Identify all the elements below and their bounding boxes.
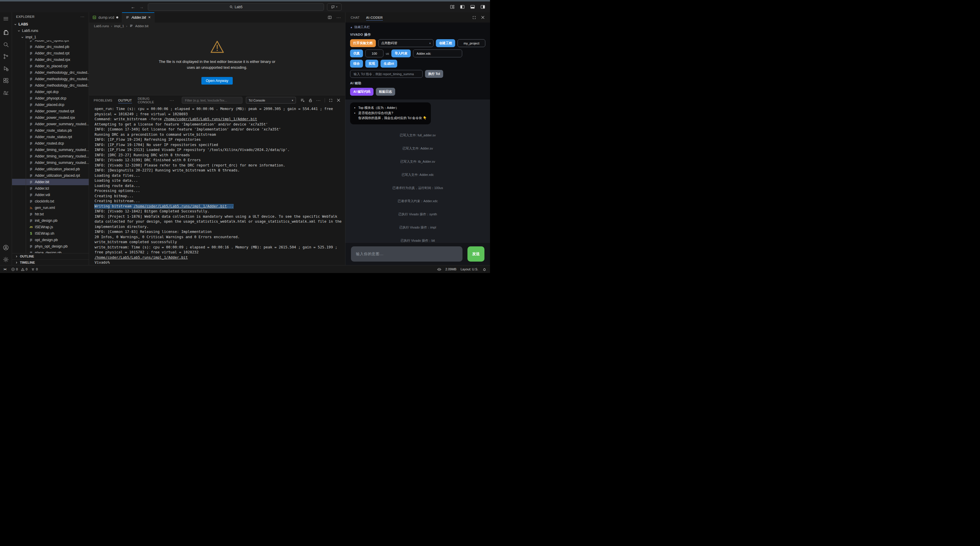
- toggle-primary-sidebar-icon[interactable]: [460, 5, 465, 10]
- console-link[interactable]: /home/coder/Lab5/Lab5.runs/impl_1/Adder.…: [134, 204, 227, 208]
- ports-status[interactable]: 0: [31, 267, 38, 271]
- file-tree-item[interactable]: Adder_opt.dcp: [12, 89, 89, 95]
- output-filter-input[interactable]: [185, 98, 240, 102]
- editor-more-icon[interactable]: ···: [337, 16, 341, 20]
- customize-layout-icon[interactable]: [450, 5, 455, 10]
- synthesis-button[interactable]: 综合: [350, 60, 363, 68]
- file-tree-item[interactable]: Adder_io_placed.rpt: [12, 63, 89, 69]
- breadcrumb-item[interactable]: Lab5.runs: [94, 24, 109, 28]
- source-control-icon[interactable]: [2, 53, 10, 60]
- file-tree-item[interactable]: Adder.bit: [12, 179, 89, 185]
- file-tree-item[interactable]: place_design.pb: [12, 249, 89, 253]
- file-tree-item[interactable]: htr.txt: [12, 211, 89, 217]
- file-tree-item[interactable]: Adder_power_routed.rpt: [12, 108, 89, 114]
- sim-time-input[interactable]: [368, 51, 380, 56]
- file-tree-item[interactable]: Adder_power_routed.rpx: [12, 114, 89, 121]
- file-tree-item[interactable]: Adder_routed.dcp: [12, 140, 89, 147]
- file-tree-item[interactable]: Adder_drc_routed.rpx: [12, 57, 89, 63]
- panel-tab-problems[interactable]: PROBLEMS: [94, 95, 112, 105]
- file-tree-item[interactable]: $ISEWrap.sh: [12, 230, 89, 237]
- run-tcl-button[interactable]: 执行 Tcl: [425, 70, 443, 78]
- history-forward-icon[interactable]: →: [139, 5, 144, 10]
- copilot-chat-button[interactable]: ▾: [327, 3, 342, 11]
- waveform-icon[interactable]: [2, 89, 10, 96]
- chat-input[interactable]: 输入你的意图...: [351, 246, 463, 262]
- simulate-button[interactable]: 仿真: [350, 49, 363, 57]
- file-tree-item[interactable]: Adder_timing_summary_routed....: [12, 153, 89, 159]
- output-filter[interactable]: [182, 97, 242, 103]
- command-center-search[interactable]: Lab5: [148, 3, 324, 11]
- generate-bitstream-button[interactable]: 生成bit: [380, 60, 397, 68]
- toggle-secondary-sidebar-icon[interactable]: [480, 5, 485, 10]
- file-tree-item[interactable]: Adder.tcl: [12, 185, 89, 192]
- file-tree-item[interactable]: Adder_drc_opted.rpx: [12, 40, 89, 44]
- constraints-file-field[interactable]: [413, 49, 462, 57]
- file-tree-item[interactable]: phys_opt_design.pb: [12, 243, 89, 249]
- extensions-icon[interactable]: [2, 77, 10, 84]
- file-tree-item[interactable]: opt_design.pb: [12, 237, 89, 243]
- panel-more-icon[interactable]: ···: [170, 98, 175, 102]
- breadcrumb[interactable]: Lab5.runs›impl_1›Adder.bit: [89, 22, 345, 29]
- panel-tab-debug-console[interactable]: DEBUG CONSOLE: [138, 95, 164, 105]
- clear-output-icon[interactable]: [300, 98, 305, 102]
- lock-output-icon[interactable]: [309, 98, 313, 102]
- file-tree-item[interactable]: Adder_placed.dcp: [12, 102, 89, 108]
- bell-icon[interactable]: [482, 267, 487, 271]
- panel-overflow-icon[interactable]: ···: [317, 98, 321, 102]
- toggle-panel-icon[interactable]: [470, 5, 475, 10]
- demo-select[interactable]: 点亮数码管 ▾: [378, 39, 434, 47]
- output-channel-select[interactable]: Tcl Console ▾: [246, 97, 296, 103]
- run-debug-icon[interactable]: [2, 65, 10, 72]
- explorer-more-icon[interactable]: ···: [81, 15, 84, 18]
- file-tree-item[interactable]: Adder_utilization_placed.rpt: [12, 172, 89, 179]
- open-lab-doc-button[interactable]: 打开实验文档: [350, 39, 376, 47]
- constraints-file-input[interactable]: [416, 51, 459, 56]
- keyboard-layout[interactable]: Layout: U.S.: [460, 267, 478, 271]
- file-tree-item[interactable]: Adder_drc_routed.rpt: [12, 50, 89, 57]
- tab-adder-bit[interactable]: Adder.bit✕: [122, 12, 154, 22]
- breadcrumb-item[interactable]: Adder.bit: [135, 24, 148, 28]
- file-tree-item[interactable]: Adder_route_status.rpt: [12, 134, 89, 140]
- ai-tab-chat[interactable]: CHAT: [351, 12, 360, 22]
- output-console[interactable]: open_run: Time (s): cpu = 00:00:06 ; ela…: [89, 105, 345, 265]
- console-link[interactable]: /home/coder/Lab5/Lab5.runs/impl_1/Adder.…: [164, 117, 257, 121]
- tab-dump-vcd[interactable]: dump.vcd: [89, 12, 122, 22]
- send-button[interactable]: 发送: [468, 246, 484, 262]
- file-tree-item[interactable]: Adder_physopt.dcp: [12, 95, 89, 102]
- file-tree-item[interactable]: Adder_timing_summary_routed....: [12, 147, 89, 153]
- folder-row-impl_1[interactable]: impl_1: [12, 34, 89, 40]
- sidebar-section-timeline[interactable]: TIMELINE: [12, 259, 89, 265]
- implementation-button[interactable]: 实现: [365, 60, 378, 68]
- file-tree-item[interactable]: Adder.vdi: [12, 192, 89, 198]
- hide-toolbar-toggle[interactable]: ▲ 隐藏工具栏: [350, 25, 485, 29]
- folder-row-lab5[interactable]: LAB5: [12, 21, 89, 27]
- breadcrumb-item[interactable]: impl_1: [114, 24, 124, 28]
- file-tree-item[interactable]: Adder_power_summary_routed....: [12, 121, 89, 127]
- modified-dot-icon[interactable]: [116, 16, 118, 18]
- account-icon[interactable]: [2, 244, 10, 251]
- panel-tab-output[interactable]: OUTPUT: [118, 95, 132, 105]
- file-tree-item[interactable]: Adder_methodology_drc_routed...: [12, 69, 89, 76]
- import-constraints-button[interactable]: 导入约束: [391, 49, 410, 57]
- copilot-icon[interactable]: [437, 267, 441, 271]
- file-tree-item[interactable]: gen_run.xml: [12, 205, 89, 211]
- memory-usage[interactable]: 2.09MB: [445, 267, 457, 271]
- file-tree-item[interactable]: clockInfo.txt: [12, 198, 89, 205]
- tcl-command-input[interactable]: [353, 72, 420, 76]
- file-tree-item[interactable]: Adder_methodology_drc_routed...: [12, 82, 89, 89]
- console-link[interactable]: /home/coder/Lab5/Lab5.runs/impl_1/Adder.…: [95, 256, 188, 260]
- history-back-icon[interactable]: ←: [131, 5, 135, 10]
- open-anyway-button[interactable]: Open Anyway: [201, 77, 233, 84]
- ai-tab-ai-coder[interactable]: AI-CODER: [366, 12, 383, 22]
- project-name-field[interactable]: my_project: [458, 39, 485, 47]
- maximize-view-icon[interactable]: [472, 16, 476, 20]
- file-tree-item[interactable]: init_design.pb: [12, 217, 89, 224]
- file-tree-item[interactable]: Adder_methodology_drc_routed...: [12, 76, 89, 82]
- create-project-button[interactable]: 创建工程: [436, 39, 455, 47]
- menu-icon[interactable]: [2, 15, 10, 22]
- sidebar-section-outline[interactable]: OUTLINE: [12, 253, 89, 259]
- file-tree-item[interactable]: Adder_route_status.pb: [12, 127, 89, 134]
- file-tree-item[interactable]: Adder_timing_summary_routed....: [12, 159, 89, 166]
- close-panel-icon[interactable]: [337, 98, 340, 102]
- problems-status[interactable]: 0 0: [11, 267, 27, 271]
